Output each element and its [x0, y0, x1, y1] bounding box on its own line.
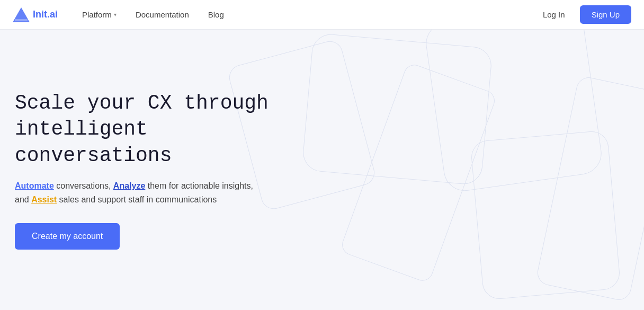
- hero-title: Scale your CX through intelligent conver…: [15, 90, 305, 169]
- login-button[interactable]: Log In: [534, 6, 574, 23]
- subtitle-text-1: conversations,: [54, 181, 113, 190]
- chevron-down-icon: ▾: [114, 12, 117, 17]
- nav-documentation-label: Documentation: [136, 10, 189, 19]
- nav-item-platform[interactable]: Platform ▾: [75, 6, 124, 23]
- logo-text: Init.ai: [33, 9, 58, 20]
- create-account-button[interactable]: Create my account: [15, 223, 120, 250]
- hero-subtitle: Automate conversations, Analyze them for…: [15, 179, 305, 206]
- nav-item-documentation[interactable]: Documentation: [128, 6, 196, 23]
- navbar: Init.ai Platform ▾ Documentation Blog Lo…: [0, 0, 644, 30]
- assist-link[interactable]: Assist: [31, 195, 57, 204]
- svg-rect-1: [15, 19, 28, 21]
- nav-links: Platform ▾ Documentation Blog: [75, 6, 534, 23]
- nav-blog-label: Blog: [208, 10, 224, 19]
- subtitle-text-3: sales and support staff in communication…: [57, 195, 217, 204]
- signup-button[interactable]: Sign Up: [580, 5, 631, 24]
- hero-section: Scale your CX through intelligent conver…: [0, 30, 318, 310]
- automate-link[interactable]: Automate: [15, 181, 54, 190]
- logo-icon: [13, 7, 30, 22]
- analyze-link[interactable]: Analyze: [113, 181, 145, 190]
- nav-right: Log In Sign Up: [534, 5, 631, 24]
- logo-link[interactable]: Init.ai: [13, 7, 58, 22]
- nav-platform-label: Platform: [82, 10, 112, 19]
- nav-item-blog[interactable]: Blog: [201, 6, 231, 23]
